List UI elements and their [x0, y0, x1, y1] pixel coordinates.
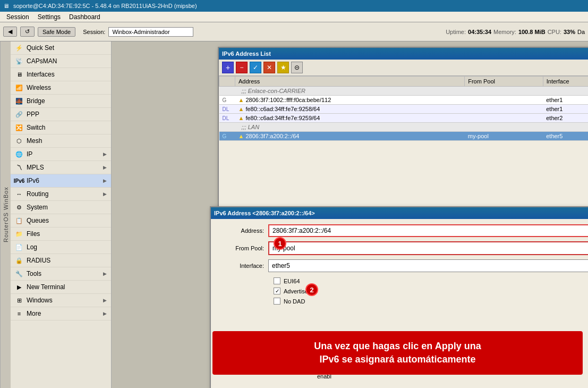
group-carrier-label: ;;; Enlace-con-CARRIER [235, 87, 589, 96]
uptime-label: Uptime: [446, 29, 466, 35]
sidebar-item-label: Bridge [27, 97, 45, 105]
sidebar-item-label: System [27, 204, 48, 211]
queues-icon: 📋 [15, 216, 23, 225]
from-pool-value: my-pool [272, 244, 588, 252]
bridge-icon: 🌉 [15, 97, 23, 105]
col-address: Address [235, 77, 465, 87]
no-dad-checkbox[interactable] [274, 298, 280, 305]
sidebar-item-ip[interactable]: 🌐 IP ▶ [11, 148, 111, 161]
add-button[interactable]: + [222, 62, 234, 73]
sidebar-item-label: Queues [27, 217, 49, 224]
sidebar-item-more[interactable]: ≡ More ▶ [11, 307, 111, 320]
no-dad-checkbox-row: No DAD [274, 298, 588, 305]
eui64-label: EUI64 [284, 278, 300, 284]
address-row: Address: [216, 224, 588, 237]
sidebar-item-wireless[interactable]: 📶 Wireless [11, 81, 111, 95]
ppp-icon: 🔗 [15, 110, 23, 119]
eui64-checkbox-row: EUI64 [274, 277, 588, 284]
routing-icon: ↔ [15, 190, 23, 198]
table-row[interactable]: DL ▲ fe80::c6ad:34ff:fe7e:9259/64 ether2… [219, 114, 589, 123]
sidebar-item-label: Quick Set [27, 44, 54, 52]
routing-arrow-icon: ▶ [103, 191, 107, 197]
badge-2: 2 [305, 283, 318, 296]
star-button[interactable]: ★ [277, 62, 289, 73]
sidebar-item-routing[interactable]: ↔ Routing ▶ [11, 188, 111, 201]
sidebar-item-interfaces[interactable]: 🖥 Interfaces [11, 68, 111, 81]
sidebar-item-system[interactable]: ⚙ System [11, 201, 111, 214]
sidebar-item-ipv6[interactable]: IPv6 IPv6 ▶ [11, 174, 111, 188]
menu-settings[interactable]: Settings [33, 13, 65, 21]
content-area: IPv6 Address List □ ✕ + − ✓ ✕ ★ ⊝ ▼ [112, 41, 588, 388]
main-layout: RouterOS WinBox ⚡ Quick Set 📡 CAPsMAN 🖥 … [0, 41, 588, 388]
title-bar-icon: 🖥 [3, 3, 9, 9]
refresh-button[interactable]: ↺ [20, 27, 35, 37]
ipv6-list-window: IPv6 Address List □ ✕ + − ✓ ✕ ★ ⊝ ▼ [218, 47, 588, 217]
tooltip-line1: Una vez que hagas clic en Apply una [221, 340, 574, 353]
sidebar-item-label: Files [27, 230, 40, 238]
sidebar-item-log[interactable]: 📄 Log [11, 241, 111, 254]
sidebar-item-tools[interactable]: 🔧 Tools ▶ [11, 267, 111, 281]
cancel-list-button[interactable]: ✕ [263, 62, 275, 73]
group-lan: ;;; LAN [219, 123, 589, 132]
sidebar-item-label: RADIUS [27, 257, 50, 264]
sidebar-item-queues[interactable]: 📋 Queues [11, 214, 111, 227]
interfaces-icon: 🖥 [15, 70, 23, 79]
uptime-value: 04:35:34 [468, 29, 491, 35]
wireless-icon: 📶 [15, 83, 23, 92]
menu-bar: Session Settings Dashboard [0, 12, 588, 22]
row-address: ▲ 2806:3f7:1002::ffff:f0ca:bebe/112 [235, 96, 465, 105]
memory-value: 100.8 MiB [518, 29, 546, 35]
table-container: Address From Pool Interface Advertise ;;… [219, 76, 588, 207]
cpu-label: CPU: [548, 29, 561, 35]
sidebar-item-label: Interfaces [27, 71, 55, 78]
advertise-checkbox[interactable]: ✓ [274, 288, 280, 294]
menu-dashboard[interactable]: Dashboard [65, 13, 105, 21]
row-interface: ether1 [543, 96, 588, 105]
advertise-checkbox-row: ✓ Advertise 2 [274, 288, 588, 294]
table-row[interactable]: DL ▲ fe80::c6ad:34ff:fe7e:9258/64 ether1… [219, 105, 589, 114]
sidebar-item-radius[interactable]: 🔒 RADIUS [11, 254, 111, 267]
sidebar-item-label: IP [27, 150, 32, 158]
tooltip-line2: IPv6 se asignará automáticamente [221, 353, 574, 366]
list-window-titlebar: IPv6 Address List □ ✕ [219, 48, 588, 60]
sidebar-item-label: PPP [27, 111, 39, 118]
sidebar-item-files[interactable]: 📁 Files [11, 227, 111, 241]
sidebar-item-new-terminal[interactable]: ▶ New Terminal [11, 281, 111, 294]
row-interface: ether2 [543, 114, 588, 123]
sidebar-item-bridge[interactable]: 🌉 Bridge [11, 95, 111, 108]
session-input[interactable] [108, 27, 193, 37]
address-label: Address: [216, 227, 264, 234]
filter-button[interactable]: ⊝ [291, 62, 303, 73]
sidebar-item-capsman[interactable]: 📡 CAPsMAN [11, 55, 111, 68]
col-interface: Interface [543, 77, 588, 87]
menu-session[interactable]: Session [2, 13, 33, 21]
edit-button[interactable]: ✓ [250, 62, 261, 73]
from-pool-select[interactable]: my-pool ▲ ▼ ▼ [268, 241, 588, 255]
table-row[interactable]: G ▲ 2806:3f7:1002::ffff:f0ca:bebe/112 et… [219, 96, 589, 105]
back-button[interactable]: ◀ [3, 27, 17, 37]
sidebar-item-mpls[interactable]: 〽 MPLS ▶ [11, 161, 111, 174]
sidebar-item-switch[interactable]: 🔀 Switch [11, 121, 111, 134]
sidebar-item-label: Routing [27, 190, 48, 198]
interface-select[interactable]: ether5 ▲ ▼ ▼ [268, 259, 588, 272]
ipv6-icon: IPv6 [15, 176, 23, 185]
eui64-checkbox[interactable] [274, 277, 280, 284]
sidebar-item-mesh[interactable]: ⬡ Mesh [11, 134, 111, 148]
files-icon: 📁 [15, 230, 23, 238]
sidebar-item-quick-set[interactable]: ⚡ Quick Set [11, 41, 111, 55]
windows-arrow-icon: ▶ [103, 298, 107, 303]
safe-mode-button[interactable]: Safe Mode [38, 27, 75, 37]
system-icon: ⚙ [15, 203, 23, 212]
row-from-pool [465, 105, 543, 114]
sidebar-item-label: New Terminal [27, 283, 65, 291]
row-address: ▲ 2806:3f7:a200:2::/64 [235, 132, 465, 141]
from-pool-label: From Pool: [216, 245, 264, 251]
interface-row: Interface: ether5 ▲ ▼ ▼ [216, 259, 588, 272]
sidebar-item-windows[interactable]: ⊞ Windows ▶ [11, 294, 111, 307]
cpu-value: 33% [564, 29, 575, 35]
remove-button[interactable]: − [236, 62, 248, 73]
mpls-icon: 〽 [15, 163, 23, 172]
address-input[interactable] [268, 224, 588, 237]
sidebar-item-ppp[interactable]: 🔗 PPP [11, 108, 111, 121]
table-row-selected[interactable]: G ▲ 2806:3f7:a200:2::/64 my-pool ether5 … [219, 132, 589, 141]
